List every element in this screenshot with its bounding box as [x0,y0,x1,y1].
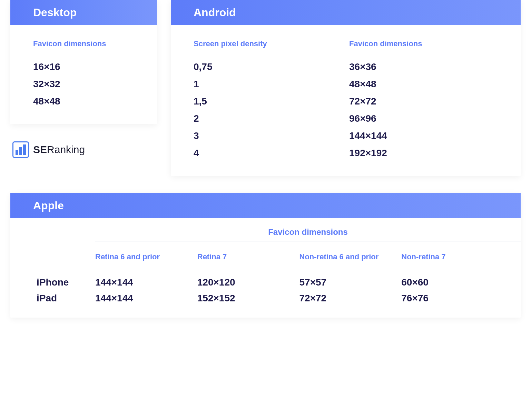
desktop-value: 48×48 [33,96,134,107]
android-col2-header: Favicon dimensions [349,39,498,49]
android-density: 2 [194,113,342,124]
se-ranking-logo: SERanking [12,141,157,158]
android-col1-header: Screen pixel density [194,39,342,49]
android-density: 4 [194,148,342,159]
apple-cell: 144×144 [95,277,197,288]
apple-title: Apple [10,193,521,218]
android-density: 1 [194,79,342,90]
apple-col-header: Non-retina 7 [401,252,503,272]
apple-cell: 76×76 [401,293,503,304]
apple-cell: 60×60 [401,277,503,288]
android-title: Android [171,0,521,25]
android-density: 3 [194,130,342,141]
android-dim: 72×72 [349,96,498,107]
desktop-card: Desktop Favicon dimensions 16×16 32×32 4… [10,0,157,124]
apple-card: Apple Favicon dimensions Retina 6 and pr… [10,193,521,318]
android-density: 1,5 [194,96,342,107]
android-dim: 36×36 [349,61,498,72]
android-card: Android Screen pixel density Favicon dim… [171,0,521,176]
android-dim: 192×192 [349,148,498,159]
apple-cell: 120×120 [197,277,299,288]
android-dim: 96×96 [349,113,498,124]
bar-chart-icon [12,141,29,158]
android-density: 0,75 [194,61,342,72]
logo-text: SERanking [33,144,85,156]
desktop-title: Desktop [10,0,157,25]
desktop-col-header: Favicon dimensions [33,39,134,49]
apple-col-header: Retina 6 and prior [95,252,197,272]
apple-cell: 144×144 [95,293,197,304]
apple-row-label: iPhone [37,277,95,288]
apple-row-label: iPad [37,293,95,304]
desktop-value: 16×16 [33,61,134,72]
apple-col-header: Retina 7 [197,252,299,272]
apple-cell: 57×57 [299,277,402,288]
apple-col-header: Non-retina 6 and prior [299,252,402,272]
apple-cell: 72×72 [299,293,402,304]
desktop-value: 32×32 [33,79,134,90]
apple-cell: 152×152 [197,293,299,304]
android-dim: 48×48 [349,79,498,90]
android-dim: 144×144 [349,130,498,141]
apple-top-header: Favicon dimensions [95,227,521,241]
